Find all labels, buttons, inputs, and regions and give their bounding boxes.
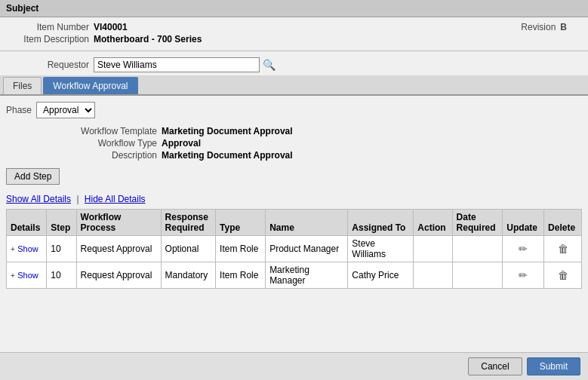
row2-type: Item Role [216, 262, 266, 289]
wf-type-label: Workflow Type [51, 138, 157, 149]
row1-workflow-process: Request Approval [76, 236, 161, 262]
delete-icon-1[interactable] [558, 243, 568, 255]
table-row: + Show 10 Request Approval Optional Item… [7, 236, 582, 262]
wf-type-value: Approval [162, 138, 201, 149]
search-icon[interactable]: 🔍 [263, 59, 276, 71]
col-assigned-to: Assigned To [348, 210, 414, 236]
show-all-details-link[interactable]: Show All Details [6, 194, 71, 204]
row2-name: MarketingManager [266, 262, 348, 289]
hide-all-details-link[interactable]: Hide All Details [85, 194, 146, 204]
col-name: Name [266, 210, 348, 236]
col-delete: Delete [544, 210, 582, 236]
tab-workflow-approval[interactable]: Workflow Approval [43, 77, 137, 94]
expand-icon-2: + [11, 271, 15, 280]
details-links: Show All Details | Hide All Details [6, 194, 582, 204]
submit-button[interactable]: Submit [527, 357, 580, 375]
revision-label: Revision [521, 22, 556, 32]
col-type: Type [216, 210, 266, 236]
footer-buttons: Cancel Submit [0, 352, 588, 380]
subject-header: Subject [0, 0, 588, 17]
add-step-button[interactable]: Add Step [6, 168, 60, 185]
content-area: Phase Approval Workflow Template Marketi… [0, 96, 588, 352]
show-link-2[interactable]: Show [17, 271, 38, 280]
wf-template-value: Marketing Document Approval [162, 126, 293, 136]
wf-description-value: Marketing Document Approval [162, 150, 293, 161]
row1-assigned-to: SteveWilliams [348, 236, 414, 262]
subject-content: Item Number VI40001 Item Description Mot… [0, 17, 588, 51]
col-step: Step [47, 210, 76, 236]
cancel-button[interactable]: Cancel [468, 357, 522, 375]
show-link-1[interactable]: Show [17, 244, 38, 253]
col-action: Action [414, 210, 452, 236]
delete-icon-2[interactable] [558, 269, 568, 281]
col-response-required: ResponseRequired [161, 210, 215, 236]
row1-details: + Show [7, 236, 47, 262]
row2-assigned-to: Cathy Price [348, 262, 414, 289]
row1-name: Product Manager [266, 236, 348, 262]
revision-value: B [560, 22, 567, 32]
row2-action [414, 262, 452, 289]
requestor-section: Requestor 🔍 [0, 51, 588, 75]
col-workflow-process: WorkflowProcess [76, 210, 161, 236]
wf-description-label: Description [51, 150, 157, 161]
workflow-table: Details Step WorkflowProcess ResponseReq… [6, 209, 582, 289]
table-row: + Show 10 Request Approval Mandatory Ite… [7, 262, 582, 289]
row2-delete[interactable] [544, 262, 582, 289]
row2-workflow-process: Request Approval [76, 262, 161, 289]
phase-row: Phase Approval [6, 102, 582, 118]
row1-type: Item Role [216, 236, 266, 262]
row2-response-required: Mandatory [161, 262, 215, 289]
wf-template-label: Workflow Template [51, 126, 157, 136]
item-number-label: Item Number [6, 22, 89, 32]
item-description-value: Motherboard - 700 Series [94, 34, 202, 44]
phase-select[interactable]: Approval [36, 102, 95, 118]
row2-date-required [452, 262, 503, 289]
col-date-required: DateRequired [452, 210, 503, 236]
col-details: Details [7, 210, 47, 236]
workflow-info: Workflow Template Marketing Document App… [51, 126, 582, 161]
row1-date-required [452, 236, 503, 262]
row1-response-required: Optional [161, 236, 215, 262]
update-icon-1[interactable] [519, 243, 528, 255]
row2-details: + Show [7, 262, 47, 289]
requestor-label: Requestor [6, 60, 89, 70]
phase-label: Phase [6, 105, 32, 115]
row2-step: 10 [47, 262, 76, 289]
item-number-value: VI40001 [94, 22, 128, 32]
item-description-label: Item Description [6, 34, 89, 44]
row1-action [414, 236, 452, 262]
tabs-bar: Files Workflow Approval [0, 75, 588, 96]
requestor-input[interactable] [94, 57, 260, 72]
col-update: Update [503, 210, 544, 236]
row1-update[interactable] [503, 236, 544, 262]
row2-update[interactable] [503, 262, 544, 289]
expand-icon-1: + [11, 245, 15, 253]
main-container: Subject Item Number VI40001 Item Descrip… [0, 0, 588, 380]
update-icon-2[interactable] [519, 269, 528, 281]
tab-files[interactable]: Files [3, 77, 42, 94]
subject-label: Subject [6, 3, 38, 14]
row1-step: 10 [47, 236, 76, 262]
row1-delete[interactable] [544, 236, 582, 262]
